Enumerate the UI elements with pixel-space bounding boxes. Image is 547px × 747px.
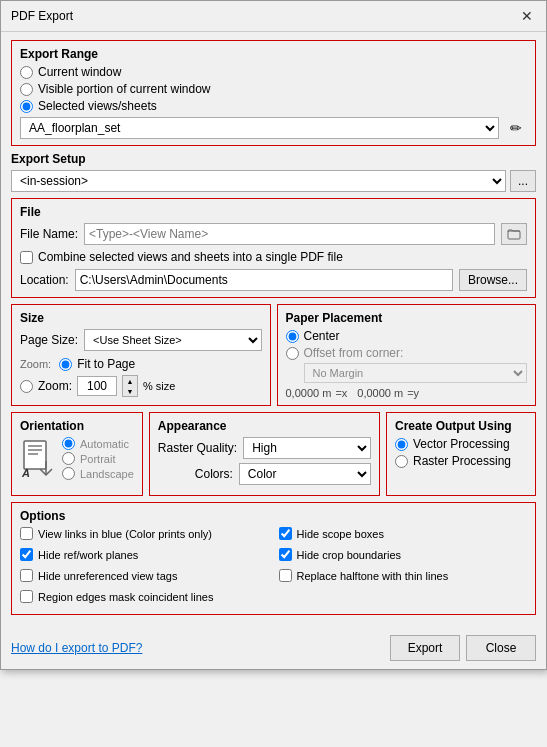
offset-label: Offset from corner: [304,346,404,360]
paper-placement-section: Paper Placement Center Offset from corne… [277,304,537,406]
page-orientation-icon: A [20,439,56,479]
y-value: 0,0000 m [357,387,403,399]
replace-halftone-checkbox[interactable] [279,569,292,582]
page-size-label: Page Size: [20,333,78,347]
hide-unreferenced-label: Hide unreferenced view tags [38,570,177,582]
create-output-section: Create Output Using Vector Processing Ra… [386,412,536,496]
landscape-label: Landscape [80,468,134,480]
size-section: Size Page Size: <Use Sheet Size> Zoom: F… [11,304,271,406]
center-radio[interactable] [286,330,299,343]
size-paper-row: Size Page Size: <Use Sheet Size> Zoom: F… [11,304,536,406]
hide-scope-checkbox[interactable] [279,527,292,540]
raster-quality-select[interactable]: Low Medium High Presentation [243,437,371,459]
options-grid: View links in blue (Color prints only) H… [20,527,527,608]
help-link-button[interactable]: How do I export to PDF? [11,641,142,655]
export-setup-section: Export Setup <in-session> ... [11,152,536,192]
hide-ref-label: Hide ref/work planes [38,549,138,561]
region-edges-checkbox[interactable] [20,590,33,603]
orient-appear-output-row: Orientation A [11,412,536,496]
orientation-content: A Automatic Portrait [20,437,134,483]
hide-ref-checkbox[interactable] [20,548,33,561]
location-label: Location: [20,273,69,287]
options-title: Options [20,509,527,523]
export-setup-select[interactable]: <in-session> [11,170,506,192]
fit-to-page-radio[interactable] [59,358,72,371]
pdf-export-dialog: PDF Export ✕ Export Range Current window… [0,0,547,670]
zoom-spinner: ▲ ▼ [122,375,138,397]
zoom-label-static: Zoom: [20,358,51,370]
landscape-radio[interactable] [62,467,75,480]
current-window-radio[interactable] [20,66,33,79]
offset-radio-row: Offset from corner: [286,346,528,360]
current-window-label: Current window [38,65,121,79]
x-label: =x [335,387,347,399]
export-range-title: Export Range [20,47,527,61]
view-links-label: View links in blue (Color prints only) [38,528,212,540]
vector-processing-radio[interactable] [395,438,408,451]
file-browse-icon-button[interactable] [501,223,527,245]
location-input[interactable] [75,269,453,291]
view-links-row: View links in blue (Color prints only) [20,527,269,540]
combine-checkbox-row: Combine selected views and sheets into a… [20,250,527,264]
export-range-option1-row: Current window [20,65,527,79]
options-section: Options View links in blue (Color prints… [11,502,536,615]
zoom-down-button[interactable]: ▼ [123,386,137,396]
export-setup-title: Export Setup [11,152,536,166]
raster-processing-radio[interactable] [395,455,408,468]
replace-halftone-row: Replace halftone with thin lines [279,569,528,582]
close-dialog-button[interactable]: ✕ [518,7,536,25]
raster-quality-row: Raster Quality: Low Medium High Presenta… [158,437,371,459]
automatic-radio[interactable] [62,437,75,450]
portrait-radio[interactable] [62,452,75,465]
export-setup-dots-button[interactable]: ... [510,170,536,192]
close-button[interactable]: Close [466,635,536,661]
export-button[interactable]: Export [390,635,460,661]
no-margin-select[interactable]: No Margin [304,363,528,383]
hide-scope-label: Hide scope boxes [297,528,384,540]
zoom-input[interactable] [77,376,117,396]
automatic-label: Automatic [80,438,129,450]
x-value: 0,0000 m [286,387,332,399]
zoom-radio[interactable] [20,380,33,393]
replace-halftone-label: Replace halftone with thin lines [297,570,449,582]
offset-radio[interactable] [286,347,299,360]
views-select[interactable]: AA_floorplan_set [20,117,499,139]
visible-portion-radio[interactable] [20,83,33,96]
zoom-up-button[interactable]: ▲ [123,376,137,386]
region-edges-row: Region edges mask coincident lines [20,590,269,603]
hide-unreferenced-checkbox[interactable] [20,569,33,582]
selected-views-radio[interactable] [20,100,33,113]
file-name-input[interactable] [84,223,495,245]
raster-processing-label: Raster Processing [413,454,511,468]
center-label: Center [304,329,340,343]
colors-select[interactable]: Black Lines Grayscale Color [239,463,371,485]
svg-rect-2 [28,445,42,447]
combine-checkbox[interactable] [20,251,33,264]
fit-to-page-label: Fit to Page [77,357,135,371]
hide-crop-label: Hide crop boundaries [297,549,402,561]
file-title: File [20,205,527,219]
hide-crop-checkbox[interactable] [279,548,292,561]
no-margin-row: No Margin [304,363,528,383]
svg-rect-0 [508,231,520,239]
orientation-section: Orientation A [11,412,143,496]
pencil-icon[interactable]: ✏ [505,117,527,139]
landscape-row: Landscape [62,467,134,480]
y-label: =y [407,387,419,399]
svg-text:A: A [21,467,30,479]
export-range-option3-row: Selected views/sheets [20,99,527,113]
file-name-label: File Name: [20,227,78,241]
selected-views-label: Selected views/sheets [38,99,157,113]
views-dropdown-row: AA_floorplan_set ✏ [20,117,527,139]
orientation-title: Orientation [20,419,134,433]
paper-placement-title: Paper Placement [286,311,528,325]
create-output-title: Create Output Using [395,419,527,433]
browse-button[interactable]: Browse... [459,269,527,291]
file-name-row: File Name: [20,223,527,245]
offset-xy-row: 0,0000 m =x 0,0000 m =y [286,387,528,399]
page-size-select[interactable]: <Use Sheet Size> [84,329,261,351]
file-section: File File Name: Combine selected views a… [11,198,536,298]
view-links-checkbox[interactable] [20,527,33,540]
automatic-row: Automatic [62,437,134,450]
dialog-body: Export Range Current window Visible port… [1,32,546,631]
